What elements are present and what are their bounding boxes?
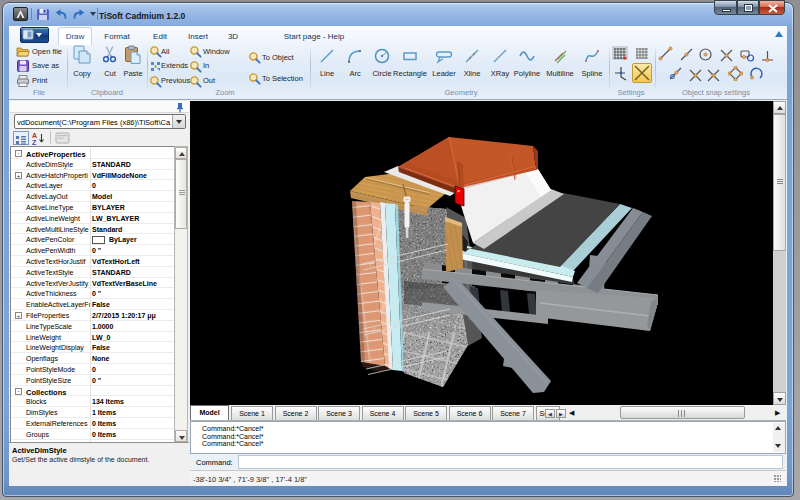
svg-text:Z: Z [32, 139, 37, 146]
